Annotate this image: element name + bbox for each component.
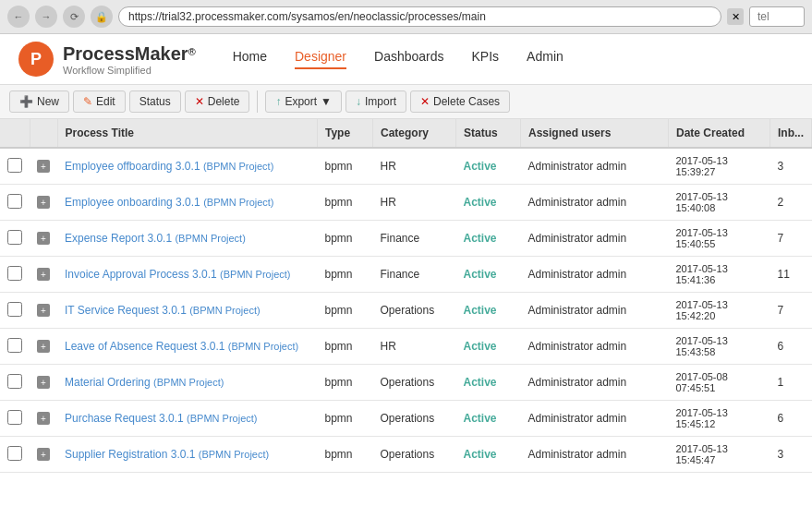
table-row: + Material Ordering (BPMN Project) bpmn … <box>0 365 812 401</box>
row-date-cell: 2017-05-13 15:40:55 <box>669 221 770 257</box>
row-assigned-cell: Administrator admin <box>521 257 669 293</box>
row-assigned-cell: Administrator admin <box>521 365 669 401</box>
export-button[interactable]: ↑ Export ▼ <box>265 90 342 113</box>
process-title-link[interactable]: Invoice Approval Process 3.0.1 <box>65 268 217 281</box>
expand-icon[interactable]: + <box>37 232 50 245</box>
forward-button[interactable]: → <box>35 6 57 28</box>
row-expand-cell: + <box>30 401 57 437</box>
row-status-cell: Active <box>456 148 521 185</box>
export-dropdown-icon: ▼ <box>321 95 332 108</box>
row-date-cell: 2017-05-13 15:40:08 <box>669 185 770 221</box>
status-button[interactable]: Status <box>129 90 181 113</box>
table-body: + Employee offboarding 3.0.1 (BPMN Proje… <box>0 148 812 473</box>
row-checkbox[interactable] <box>7 194 22 209</box>
row-checkbox-cell <box>0 437 30 473</box>
nav-admin[interactable]: Admin <box>527 49 564 69</box>
bpmn-tag: (BPMN Project) <box>153 377 224 388</box>
logo-icon: P <box>18 42 54 77</box>
bpmn-tag: (BPMN Project) <box>203 197 273 208</box>
process-title-link[interactable]: IT Service Request 3.0.1 <box>65 304 187 317</box>
status-badge: Active <box>464 196 497 209</box>
row-category-cell: Finance <box>373 257 456 293</box>
nav-home[interactable]: Home <box>233 49 267 69</box>
logo-text-area: ProcessMaker® Workflow Simplified <box>63 43 196 76</box>
row-status-cell: Active <box>456 185 521 221</box>
process-title-link[interactable]: Leave of Absence Request 3.0.1 <box>65 340 224 353</box>
row-checkbox[interactable] <box>7 266 22 281</box>
status-badge: Active <box>464 268 497 281</box>
refresh-button[interactable]: ⟳ <box>63 6 85 28</box>
row-title-cell: Expense Report 3.0.1 (BPMN Project) <box>57 221 318 257</box>
row-inb-cell: 2 <box>770 185 812 221</box>
row-checkbox-cell <box>0 293 30 329</box>
row-date-cell: 2017-05-13 15:39:27 <box>669 148 770 185</box>
expand-icon[interactable]: + <box>37 448 50 461</box>
process-title-link[interactable]: Material Ordering <box>65 376 151 389</box>
row-title-cell: Material Ordering (BPMN Project) <box>57 365 318 401</box>
row-assigned-cell: Administrator admin <box>521 221 669 257</box>
row-checkbox[interactable] <box>7 374 22 389</box>
url-bar[interactable]: https://trial32.processmaker.com/sysamos… <box>118 6 721 27</box>
nav-dashboards[interactable]: Dashboards <box>374 49 444 69</box>
row-status-cell: Active <box>456 293 521 329</box>
bpmn-tag: (BPMN Project) <box>220 269 290 280</box>
tab-close-button[interactable]: ✕ <box>727 8 744 25</box>
row-assigned-cell: Administrator admin <box>521 185 669 221</box>
edit-icon: ✎ <box>83 95 92 108</box>
expand-icon[interactable]: + <box>37 376 50 389</box>
row-status-cell: Active <box>456 365 521 401</box>
row-checkbox[interactable] <box>7 410 22 425</box>
row-checkbox[interactable] <box>7 230 22 245</box>
row-assigned-cell: Administrator admin <box>521 148 669 185</box>
process-title-link[interactable]: Expense Report 3.0.1 <box>65 232 172 245</box>
app-header: P ProcessMaker® Workflow Simplified Home… <box>0 34 812 85</box>
bpmn-tag: (BPMN Project) <box>203 161 273 172</box>
row-inb-cell: 1 <box>770 365 812 401</box>
row-expand-cell: + <box>30 221 57 257</box>
status-badge: Active <box>464 232 497 245</box>
expand-icon[interactable]: + <box>37 196 50 209</box>
row-inb-cell: 6 <box>770 329 812 365</box>
edit-button[interactable]: ✎ Edit <box>73 90 126 113</box>
process-title-link[interactable]: Employee offboarding 3.0.1 <box>65 160 200 173</box>
table-row: + Employee offboarding 3.0.1 (BPMN Proje… <box>0 148 812 185</box>
row-date-cell: 2017-05-13 15:43:58 <box>669 329 770 365</box>
import-button[interactable]: ↓ Import <box>345 90 406 113</box>
back-button[interactable]: ← <box>7 6 30 28</box>
col-header-status: Status <box>456 119 521 148</box>
nav-kpis[interactable]: KPIs <box>472 49 500 69</box>
process-table: Process Title Type Category Status Assig… <box>0 119 812 473</box>
col-header-title: Process Title <box>57 119 318 148</box>
new-button[interactable]: ➕ New <box>9 90 69 113</box>
row-title-cell: Invoice Approval Process 3.0.1 (BPMN Pro… <box>57 257 318 293</box>
row-checkbox-cell <box>0 401 30 437</box>
row-title-cell: IT Service Request 3.0.1 (BPMN Project) <box>57 293 318 329</box>
col-header-inb: Inb... <box>770 119 812 148</box>
row-title-cell: Supplier Registration 3.0.1 (BPMN Projec… <box>57 437 318 473</box>
expand-icon[interactable]: + <box>37 340 50 353</box>
row-checkbox[interactable] <box>7 446 22 461</box>
process-title-link[interactable]: Purchase Request 3.0.1 <box>65 412 184 425</box>
bpmn-tag: (BPMN Project) <box>199 449 269 460</box>
row-expand-cell: + <box>30 148 57 185</box>
row-type-cell: bpmn <box>318 401 373 437</box>
row-category-cell: Operations <box>373 437 456 473</box>
process-title-link[interactable]: Supplier Registration 3.0.1 <box>65 448 195 461</box>
row-checkbox[interactable] <box>7 158 22 173</box>
row-category-cell: HR <box>373 148 456 185</box>
expand-icon[interactable]: + <box>37 160 50 173</box>
row-title-cell: Leave of Absence Request 3.0.1 (BPMN Pro… <box>57 329 318 365</box>
row-checkbox[interactable] <box>7 338 22 353</box>
delete-cases-button[interactable]: ✕ Delete Cases <box>410 90 510 113</box>
row-checkbox[interactable] <box>7 302 22 317</box>
expand-icon[interactable]: + <box>37 412 50 425</box>
expand-icon[interactable]: + <box>37 268 50 281</box>
table-row: + Leave of Absence Request 3.0.1 (BPMN P… <box>0 329 812 365</box>
table-row: + Supplier Registration 3.0.1 (BPMN Proj… <box>0 437 812 473</box>
row-type-cell: bpmn <box>318 365 373 401</box>
delete-button[interactable]: ✕ Delete <box>185 90 250 113</box>
process-title-link[interactable]: Employee onboarding 3.0.1 <box>65 196 200 209</box>
expand-icon[interactable]: + <box>37 304 50 317</box>
nav-designer[interactable]: Designer <box>295 49 346 69</box>
browser-search-input[interactable] <box>749 6 805 27</box>
